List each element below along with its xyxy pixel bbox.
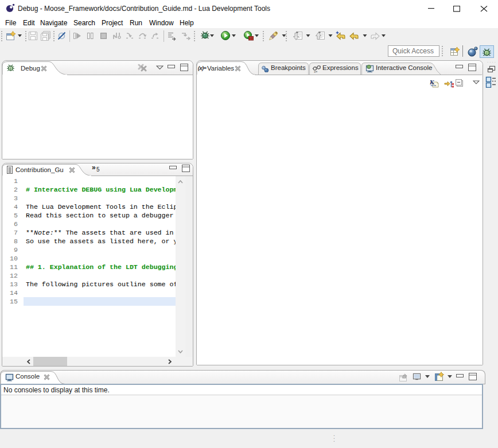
svg-text:x=: x= [314,70,317,73]
